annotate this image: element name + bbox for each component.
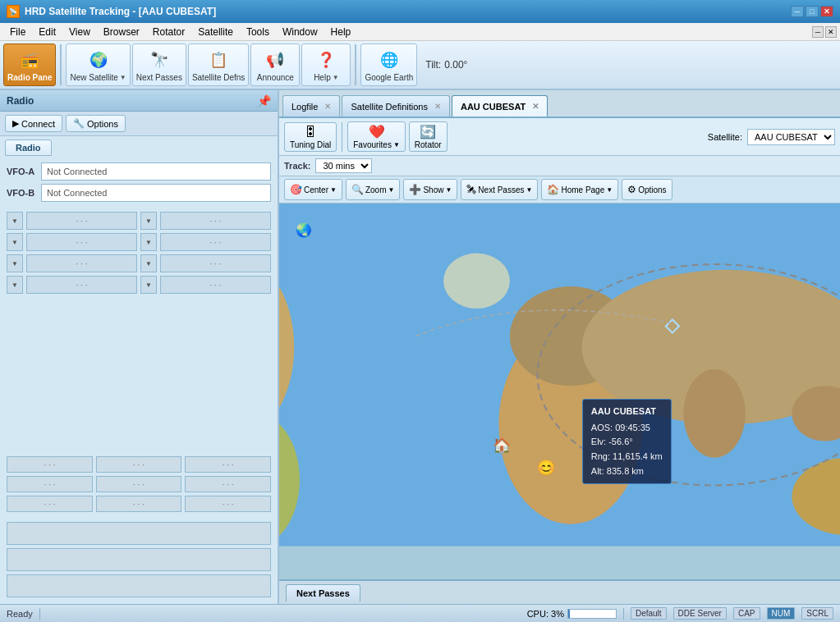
tuning-dial-label: Tuning Dial (290, 140, 331, 149)
tab-toolbar: 🎛 Tuning Dial ❤️ Favourites ▼ 🔄 Rotator … (279, 118, 840, 156)
map-area[interactable]: AAU CUBESAT AOS: 09:45:35 Elv: -56.6° Rn… (279, 204, 840, 579)
minimize-button[interactable]: ─ (791, 6, 804, 17)
next-passes-button[interactable]: 🔭 Next Passes (132, 43, 186, 86)
menu-window[interactable]: Window (276, 25, 324, 39)
pin-icon[interactable]: 📌 (257, 94, 271, 107)
title-bar: 📡 HRD Satellite Tracking - [AAU CUBESAT]… (0, 0, 840, 23)
menu-edit[interactable]: Edit (32, 25, 62, 39)
ctrl-val-6: · · · (160, 254, 271, 272)
announce-button[interactable]: 📢 Announce (250, 43, 300, 86)
tab-aau-cubesat[interactable]: AAU CUBESAT ✕ (452, 95, 548, 117)
extra-rows: · · · · · · · · · · · · · · · · · · · · … (0, 453, 278, 519)
extra-row-1: · · · · · · · · · (7, 456, 271, 473)
connect-button[interactable]: ▶ Connect (5, 115, 62, 132)
ctrl-val-5: · · · (26, 254, 137, 272)
next-passes-tab-bar: Next Passes (279, 579, 840, 604)
google-earth-icon: 🌐 (378, 48, 401, 71)
announce-icon: 📢 (264, 48, 287, 71)
satellite-defns-button[interactable]: 📋 Satellite Defns (188, 43, 249, 86)
extra-box-8: · · · (96, 496, 182, 512)
num-badge: NUM (767, 607, 796, 620)
vfo-a-label: VFO-A (7, 167, 36, 176)
zoom-button[interactable]: 🔍 Zoom ▼ (346, 179, 400, 200)
tuning-dial-icon: 🎛 (304, 125, 317, 139)
radio-pane-button[interactable]: 📻 Radio Pane (3, 43, 56, 86)
ctrl-arrow-5[interactable]: ▼ (7, 254, 23, 272)
radio-tab-area: Radio (0, 136, 278, 159)
menu-file[interactable]: File (3, 25, 32, 39)
tab-aau-close[interactable]: ✕ (532, 102, 539, 111)
ctrl-arrow-3[interactable]: ▼ (7, 233, 23, 251)
ctrl-arrow-4[interactable]: ▼ (140, 233, 157, 251)
vfo-section: VFO-A Not Connected VFO-B Not Connected (0, 159, 278, 208)
home-page-arrow: ▼ (606, 186, 613, 194)
map-next-passes-button[interactable]: 🛰 Next Passes ▼ (461, 179, 538, 200)
radio-pane-icon: 📻 (18, 48, 41, 71)
help-button[interactable]: ❓ Help ▼ (301, 43, 351, 86)
tab-satellite-defs[interactable]: Satellite Definitions ✕ (342, 95, 450, 117)
show-button[interactable]: ➕ Show ▼ (403, 179, 457, 200)
bottom-box-2 (7, 548, 271, 571)
home-page-button[interactable]: 🏠 Home Page ▼ (541, 179, 618, 200)
control-row-1: ▼ · · · ▼ · · · (7, 212, 271, 230)
rotator-button[interactable]: 🔄 Rotator (409, 121, 448, 152)
menu-tools[interactable]: Tools (240, 25, 276, 39)
google-earth-button[interactable]: 🌐 Google Earth (360, 43, 417, 86)
tuning-dial-button[interactable]: 🎛 Tuning Dial (284, 122, 337, 152)
radio-header: Radio 📌 (0, 90, 278, 112)
ctrl-arrow-1[interactable]: ▼ (7, 212, 23, 230)
options-button[interactable]: 🔧 Options (66, 115, 126, 132)
center-label: Center (304, 185, 328, 194)
zoom-icon: 🔍 (351, 184, 364, 195)
globe-marker: 🌏 (296, 222, 312, 238)
extra-box-2: · · · (96, 456, 182, 473)
bottom-boxes (0, 519, 278, 604)
vfo-a-row: VFO-A Not Connected (7, 162, 271, 181)
close-button[interactable]: ✕ (820, 6, 833, 17)
new-satellite-button[interactable]: 🌍 New Satellite ▼ (66, 43, 130, 86)
bottom-box-1 (7, 522, 271, 545)
center-button[interactable]: 🎯 Center ▼ (284, 179, 342, 200)
next-passes-tab[interactable]: Next Passes (286, 584, 360, 601)
help-arrow: ▼ (333, 74, 339, 81)
menu-bar: File Edit View Browser Rotator Satellite… (0, 23, 840, 41)
status-ready: Ready (7, 609, 33, 619)
announce-label: Announce (257, 73, 294, 82)
menu-satellite[interactable]: Satellite (191, 25, 240, 39)
satellite-dropdown[interactable]: AAU CUBESAT (747, 129, 835, 145)
map-options-button[interactable]: ⚙ Options (622, 179, 672, 200)
menu-close-button[interactable]: ✕ (825, 26, 837, 38)
tab-satellite-defs-close[interactable]: ✕ (434, 102, 441, 111)
status-bar: Ready CPU: 3% Default DDE Server CAP NUM… (0, 604, 840, 622)
toolbar-separator-2 (355, 44, 356, 85)
ctrl-arrow-2[interactable]: ▼ (140, 212, 157, 230)
tab-logfile-close[interactable]: ✕ (324, 102, 331, 111)
show-icon: ➕ (409, 184, 421, 195)
menu-help[interactable]: Help (324, 25, 358, 39)
svg-point-4 (683, 369, 745, 458)
ctrl-arrow-7[interactable]: ▼ (7, 276, 23, 294)
popup-elv: Elv: -56.6° (591, 435, 663, 450)
google-earth-label: Google Earth (365, 73, 413, 82)
favourites-icon: ❤️ (369, 124, 385, 139)
satellite-selector: Satellite: AAU CUBESAT (708, 129, 835, 145)
menu-browser[interactable]: Browser (97, 25, 146, 39)
radio-tab[interactable]: Radio (5, 139, 52, 156)
menu-min-button[interactable]: ─ (812, 26, 824, 38)
ctrl-arrow-8[interactable]: ▼ (140, 276, 157, 294)
tilt-label: Tilt: (425, 59, 441, 71)
tab-logfile[interactable]: Logfile ✕ (282, 95, 340, 117)
satellite-info-popup: AAU CUBESAT AOS: 09:45:35 Elv: -56.6° Rn… (582, 399, 672, 484)
menu-view[interactable]: View (62, 25, 97, 39)
connect-icon: ▶ (12, 118, 19, 129)
tilt-display: Tilt: 0.00° (425, 59, 467, 71)
dde-badge: DDE Server (673, 607, 727, 620)
menu-rotator[interactable]: Rotator (146, 25, 191, 39)
ctrl-arrow-6[interactable]: ▼ (140, 254, 157, 272)
map-options-icon: ⚙ (627, 184, 636, 195)
zoom-label: Zoom (365, 185, 387, 194)
track-select[interactable]: 30 mins (315, 158, 372, 173)
window-title: HRD Satellite Tracking - [AAU CUBESAT] (25, 6, 216, 17)
maximize-button[interactable]: □ (806, 6, 819, 17)
favourites-button[interactable]: ❤️ Favourites ▼ (347, 121, 406, 152)
